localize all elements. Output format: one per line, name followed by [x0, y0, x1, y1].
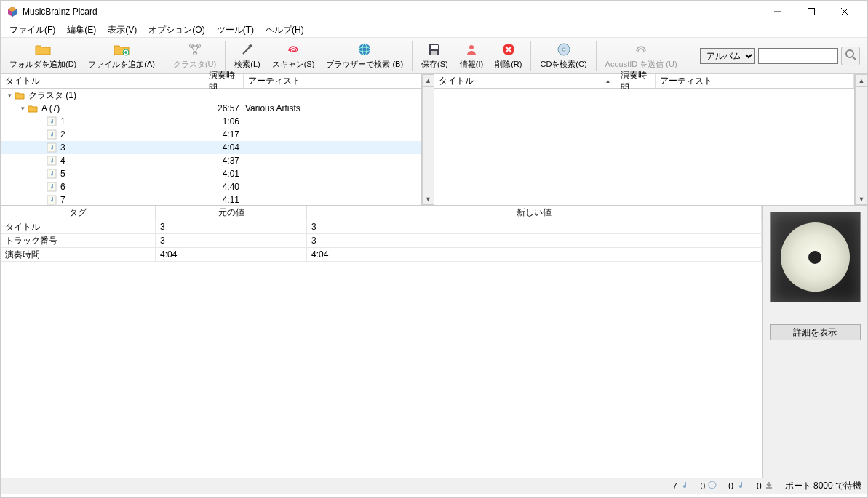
- remove-button[interactable]: 削除(R): [489, 39, 527, 73]
- right-scrollbar[interactable]: ▲ ▼: [855, 74, 867, 205]
- menu-help[interactable]: ヘルプ(H): [260, 23, 310, 38]
- col-title[interactable]: タイトル: [434, 74, 616, 88]
- row-title: 2: [60, 129, 65, 140]
- tree-row[interactable]: 54:01: [1, 167, 421, 180]
- row-artist: Various Artists: [244, 103, 421, 113]
- cover-art-placeholder[interactable]: [770, 212, 861, 302]
- search-type-select[interactable]: アルバム: [700, 48, 755, 64]
- svg-line-29: [853, 57, 856, 60]
- user-info-icon: [463, 41, 479, 57]
- tree-row[interactable]: 34:04: [1, 141, 421, 154]
- cluster-button[interactable]: クラスタ(U): [167, 39, 222, 73]
- tag-name: タイトル: [1, 220, 156, 233]
- titlebar: MusicBrainz Picard: [1, 1, 867, 23]
- maximize-button[interactable]: [795, 1, 828, 23]
- search-box: アルバム: [700, 47, 860, 65]
- toolbar-separator: [164, 41, 164, 71]
- row-title: クラスタ (1): [28, 89, 76, 102]
- svg-rect-20: [431, 45, 438, 49]
- submit-acoustid-button[interactable]: AcoustID を送信 (U): [600, 39, 683, 73]
- status-queue: 0: [757, 481, 762, 491]
- tag-new: 3: [307, 234, 762, 247]
- col-length[interactable]: 演奏時間: [616, 74, 656, 88]
- tag-rows: タイトル33トラック番号33演奏時間4:044:04: [1, 220, 762, 262]
- save-button[interactable]: 保存(S): [415, 39, 454, 73]
- minimize-button[interactable]: [761, 1, 795, 23]
- circle-icon: [708, 481, 717, 491]
- col-artist[interactable]: アーティスト: [244, 74, 421, 88]
- search-icon: [845, 49, 856, 63]
- scroll-down-icon[interactable]: ▼: [856, 193, 867, 205]
- row-length: 4:04: [204, 142, 244, 153]
- toolbar-separator: [530, 41, 531, 71]
- search-input[interactable]: [758, 48, 838, 64]
- tree-row[interactable]: 74:11: [1, 193, 421, 205]
- col-title[interactable]: タイトル: [1, 74, 204, 88]
- add-folder-button[interactable]: フォルダを追加(D): [4, 39, 82, 73]
- row-length: 26:57: [204, 103, 244, 113]
- tag-row[interactable]: トラック番号33: [1, 234, 762, 248]
- row-length: 4:40: [204, 182, 244, 192]
- menu-view[interactable]: 表示(V): [102, 23, 143, 38]
- right-pane: タイトル 演奏時間 アーティスト: [434, 74, 856, 205]
- tag-name: トラック番号: [1, 234, 156, 247]
- right-tree[interactable]: [434, 89, 855, 205]
- search-button[interactable]: [841, 47, 860, 65]
- window-title: MusicBrainz Picard: [23, 7, 761, 17]
- th-tag[interactable]: タグ: [1, 206, 156, 220]
- info-button[interactable]: 情報(I): [454, 39, 489, 73]
- svg-rect-21: [431, 51, 437, 55]
- scroll-up-icon[interactable]: ▲: [423, 74, 434, 87]
- svg-point-17: [359, 44, 370, 55]
- cluster-icon: [187, 41, 203, 57]
- music-file-icon: [46, 155, 57, 166]
- row-title: 3: [60, 142, 65, 153]
- status-pending2: 0: [728, 481, 733, 491]
- cd-lookup-button[interactable]: CDを検索(C): [534, 39, 592, 73]
- scroll-up-icon[interactable]: ▲: [856, 74, 867, 87]
- row-title: 5: [60, 169, 65, 179]
- tag-grid: タグ 元の値 新しい値 タイトル33トラック番号33演奏時間4:044:04: [1, 206, 762, 478]
- left-tree[interactable]: ▾クラスタ (1)▾A (7)26:57Various Artists11:06…: [1, 89, 421, 205]
- scroll-down-icon[interactable]: ▼: [423, 193, 434, 205]
- left-pane: タイトル 演奏時間 アーティスト ▾クラスタ (1)▾A (7)26:57Var…: [1, 74, 422, 205]
- menu-edit[interactable]: 編集(E): [61, 23, 102, 38]
- tag-new: 3: [307, 220, 762, 233]
- folder-icon: [27, 103, 39, 114]
- status-files-count: 7: [672, 481, 677, 491]
- col-artist[interactable]: アーティスト: [656, 74, 855, 88]
- th-original[interactable]: 元の値: [156, 206, 307, 220]
- cd-icon: [556, 41, 572, 57]
- show-details-button[interactable]: 詳細を表示: [770, 324, 861, 340]
- tag-row[interactable]: タイトル33: [1, 220, 762, 234]
- status-pending1: 0: [701, 481, 706, 491]
- menu-file[interactable]: ファイル(F): [4, 23, 61, 38]
- th-new[interactable]: 新しい値: [307, 206, 762, 220]
- tree-row[interactable]: 11:06: [1, 115, 421, 128]
- tree-row[interactable]: 24:17: [1, 128, 421, 141]
- left-column-header: タイトル 演奏時間 アーティスト: [1, 74, 421, 89]
- add-files-button[interactable]: ファイルを追加(A): [82, 39, 161, 73]
- toolbar-separator: [225, 41, 226, 71]
- fingerprint-send-icon: [633, 41, 649, 57]
- tree-row[interactable]: 64:40: [1, 180, 421, 193]
- left-scrollbar[interactable]: ▲ ▼: [422, 74, 434, 205]
- folder-icon: [35, 41, 51, 57]
- col-length[interactable]: 演奏時間: [204, 74, 244, 88]
- browser-lookup-button[interactable]: ブラウザーで検索 (B): [320, 39, 409, 73]
- globe-icon: [357, 41, 373, 57]
- menu-tools[interactable]: ツール(T): [211, 23, 260, 38]
- tag-row[interactable]: 演奏時間4:044:04: [1, 248, 762, 262]
- close-button[interactable]: [828, 1, 861, 23]
- scan-button[interactable]: スキャン(S): [266, 39, 321, 73]
- lookup-button[interactable]: 検索(L): [228, 39, 266, 73]
- toolbar-separator: [412, 41, 413, 71]
- tree-row[interactable]: ▾クラスタ (1): [1, 89, 421, 102]
- tree-row[interactable]: 44:37: [1, 154, 421, 167]
- toolbar: フォルダを追加(D) ファイルを追加(A) クラスタ(U) 検索(L) スキャン…: [1, 38, 867, 74]
- menu-options[interactable]: オプション(O): [143, 23, 210, 38]
- remove-icon: [501, 41, 517, 57]
- disc-icon: [781, 222, 850, 292]
- tree-row[interactable]: ▾A (7)26:57Various Artists: [1, 102, 421, 115]
- folder-add-icon: [114, 41, 130, 57]
